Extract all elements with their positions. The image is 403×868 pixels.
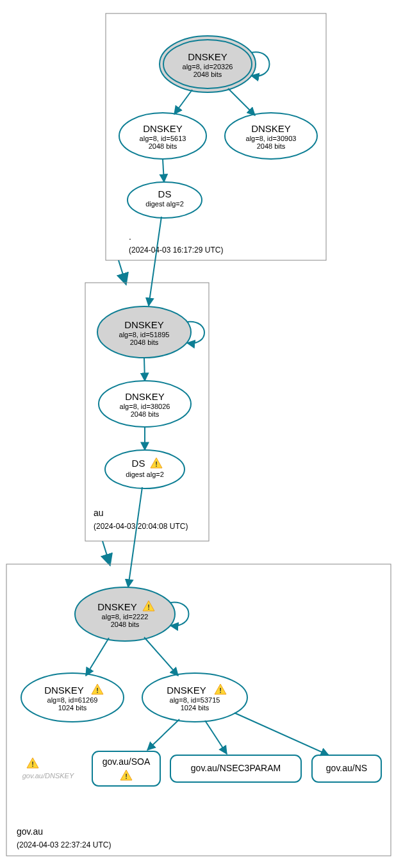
zone-name-au: au bbox=[94, 508, 104, 518]
node-gov-ksk: DNSKEY alg=8, id=2222 2048 bits bbox=[75, 587, 175, 641]
edge-au-ksk-to-zsk bbox=[144, 358, 145, 381]
svg-text:alg=8, id=30903: alg=8, id=30903 bbox=[246, 135, 297, 142]
svg-text:gov.au/NS: gov.au/NS bbox=[326, 763, 367, 773]
edge-au-to-gov-zone bbox=[103, 541, 109, 562]
node-root-ds: DS digest alg=2 bbox=[127, 182, 202, 218]
svg-text:digest alg=2: digest alg=2 bbox=[126, 471, 164, 478]
zone-name-govau: gov.au bbox=[17, 826, 43, 837]
dnssec-chain-diagram: ! . (2024-04-03 16:17:29 UTC) DNSKEY alg… bbox=[0, 0, 403, 868]
zone-name-root: . bbox=[129, 231, 131, 242]
node-gov-dnskey-grey: gov.au/DNSKEY bbox=[22, 758, 74, 780]
svg-text:DS: DS bbox=[158, 188, 172, 199]
edge-au-ds-to-gov-ksk bbox=[128, 487, 142, 587]
svg-text:DNSKEY: DNSKEY bbox=[143, 123, 183, 134]
edge-root-to-au-zone bbox=[119, 260, 125, 281]
node-root-ksk: DNSKEY alg=8, id=20326 2048 bits bbox=[160, 36, 256, 92]
svg-text:gov.au/NSEC3PARAM: gov.au/NSEC3PARAM bbox=[191, 763, 281, 773]
zone-ts-govau: (2024-04-03 22:37:24 UTC) bbox=[17, 840, 111, 849]
svg-text:alg=8, id=38026: alg=8, id=38026 bbox=[120, 403, 170, 410]
edge-gov-ksk-to-53715 bbox=[144, 637, 178, 676]
svg-text:DNSKEY: DNSKEY bbox=[44, 685, 84, 696]
svg-text:2048 bits: 2048 bits bbox=[130, 338, 159, 346]
svg-text:DS: DS bbox=[132, 458, 145, 469]
svg-text:alg=8, id=2222: alg=8, id=2222 bbox=[102, 613, 149, 621]
node-root-zsk-30903: DNSKEY alg=8, id=30903 2048 bits bbox=[225, 113, 317, 159]
edge-5613-to-ds bbox=[163, 159, 164, 182]
svg-text:DNSKEY: DNSKEY bbox=[125, 391, 165, 402]
svg-text:2048 bits: 2048 bits bbox=[257, 142, 286, 150]
zone-ts-root: (2024-04-03 16:17:29 UTC) bbox=[129, 246, 223, 255]
node-gov-zsk-61269: DNSKEY alg=8, id=61269 1024 bits bbox=[21, 673, 124, 722]
zone-ts-au: (2024-04-03 20:04:08 UTC) bbox=[94, 522, 188, 531]
svg-point-25 bbox=[105, 450, 185, 488]
svg-text:DNSKEY: DNSKEY bbox=[167, 685, 206, 696]
svg-text:1024 bits: 1024 bits bbox=[58, 704, 87, 712]
svg-text:alg=8, id=5613: alg=8, id=5613 bbox=[140, 135, 186, 142]
svg-text:alg=8, id=61269: alg=8, id=61269 bbox=[47, 696, 98, 704]
node-au-ds: DS digest alg=2 bbox=[105, 450, 185, 488]
edge-root-ksk-to-30903 bbox=[228, 88, 255, 115]
svg-text:1024 bits: 1024 bits bbox=[181, 704, 210, 712]
edge-53715-to-ns bbox=[234, 713, 329, 755]
warning-icon bbox=[27, 758, 38, 768]
svg-text:2048 bits: 2048 bits bbox=[149, 142, 177, 150]
node-au-ksk: DNSKEY alg=8, id=51895 2048 bits bbox=[97, 306, 191, 358]
node-gov-nsec3param: gov.au/NSEC3PARAM bbox=[170, 755, 301, 782]
edge-53715-to-soa bbox=[147, 719, 179, 750]
svg-text:2048 bits: 2048 bits bbox=[111, 621, 140, 628]
svg-text:DNSKEY: DNSKEY bbox=[124, 319, 164, 330]
node-au-zsk: DNSKEY alg=8, id=38026 2048 bits bbox=[99, 381, 191, 427]
svg-text:alg=8, id=20326: alg=8, id=20326 bbox=[183, 63, 233, 71]
svg-text:gov.au/SOA: gov.au/SOA bbox=[103, 756, 151, 767]
edge-root-ds-to-au-ksk bbox=[149, 217, 161, 306]
svg-text:alg=8, id=51895: alg=8, id=51895 bbox=[119, 331, 170, 338]
svg-text:DNSKEY: DNSKEY bbox=[97, 601, 137, 612]
node-gov-soa: gov.au/SOA bbox=[92, 751, 160, 786]
node-root-zsk-5613: DNSKEY alg=8, id=5613 2048 bits bbox=[119, 113, 206, 159]
node-gov-ns: gov.au/NS bbox=[312, 755, 381, 782]
edge-gov-ksk-to-61269 bbox=[86, 638, 109, 676]
node-gov-zsk-53715: DNSKEY alg=8, id=53715 1024 bits bbox=[142, 673, 247, 722]
svg-text:DNSKEY: DNSKEY bbox=[188, 51, 227, 62]
svg-text:digest alg=2: digest alg=2 bbox=[145, 200, 184, 208]
svg-text:alg=8, id=53715: alg=8, id=53715 bbox=[170, 696, 220, 704]
edge-root-ksk-to-5613 bbox=[174, 90, 192, 114]
svg-text:DNSKEY: DNSKEY bbox=[251, 123, 291, 134]
svg-text:gov.au/DNSKEY: gov.au/DNSKEY bbox=[22, 772, 74, 780]
svg-text:2048 bits: 2048 bits bbox=[131, 410, 160, 418]
svg-text:2048 bits: 2048 bits bbox=[193, 71, 222, 78]
edge-53715-to-nsec3 bbox=[205, 721, 227, 754]
